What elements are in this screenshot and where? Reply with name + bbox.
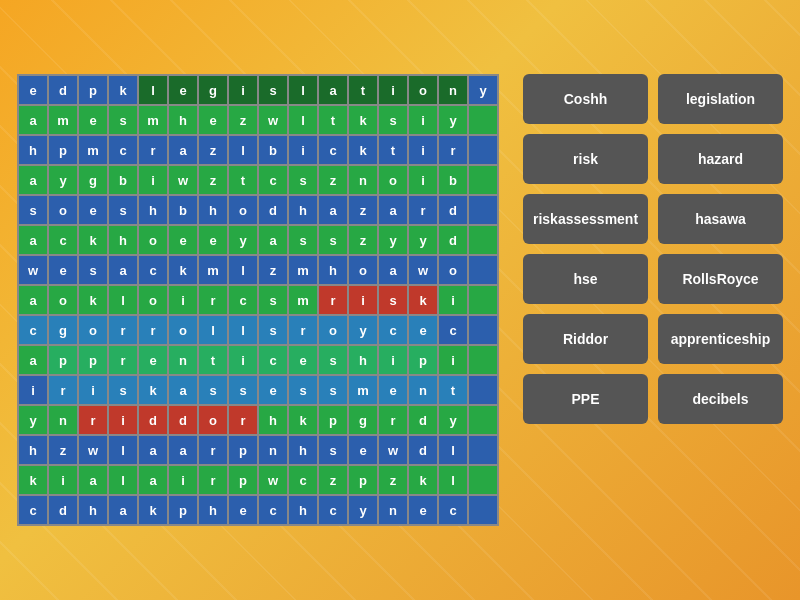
grid-cell[interactable]: d: [49, 76, 77, 104]
grid-cell[interactable]: o: [409, 76, 437, 104]
grid-cell[interactable]: i: [379, 346, 407, 374]
grid-cell[interactable]: k: [169, 256, 197, 284]
grid-cell[interactable]: n: [259, 436, 287, 464]
grid-cell[interactable]: c: [139, 256, 167, 284]
grid-cell[interactable]: r: [79, 406, 107, 434]
grid-cell[interactable]: l: [229, 136, 257, 164]
grid-cell[interactable]: w: [259, 106, 287, 134]
grid-cell[interactable]: y: [439, 106, 467, 134]
grid-cell[interactable]: [469, 226, 497, 254]
grid-cell[interactable]: m: [199, 256, 227, 284]
grid-cell[interactable]: r: [139, 136, 167, 164]
word-button-risk[interactable]: risk: [523, 134, 648, 184]
grid-cell[interactable]: p: [169, 496, 197, 524]
grid-cell[interactable]: e: [79, 196, 107, 224]
word-button-hasawa[interactable]: hasawa: [658, 194, 783, 244]
grid-cell[interactable]: c: [259, 166, 287, 194]
grid-cell[interactable]: r: [229, 406, 257, 434]
grid-cell[interactable]: i: [49, 466, 77, 494]
grid-cell[interactable]: b: [439, 166, 467, 194]
grid-cell[interactable]: d: [259, 196, 287, 224]
grid-cell[interactable]: p: [349, 466, 377, 494]
grid-cell[interactable]: a: [169, 376, 197, 404]
grid-cell[interactable]: i: [229, 346, 257, 374]
grid-cell[interactable]: i: [169, 286, 197, 314]
grid-cell[interactable]: w: [379, 436, 407, 464]
grid-cell[interactable]: s: [259, 286, 287, 314]
grid-cell[interactable]: n: [379, 496, 407, 524]
grid-cell[interactable]: d: [139, 406, 167, 434]
grid-cell[interactable]: z: [229, 106, 257, 134]
grid-cell[interactable]: a: [139, 436, 167, 464]
grid-cell[interactable]: s: [379, 106, 407, 134]
grid-cell[interactable]: t: [349, 76, 377, 104]
grid-cell[interactable]: z: [319, 166, 347, 194]
grid-cell[interactable]: i: [439, 286, 467, 314]
grid-cell[interactable]: a: [319, 76, 347, 104]
grid-cell[interactable]: l: [439, 466, 467, 494]
grid-cell[interactable]: s: [289, 226, 317, 254]
grid-cell[interactable]: z: [199, 136, 227, 164]
grid-cell[interactable]: i: [409, 136, 437, 164]
word-button-hazard[interactable]: hazard: [658, 134, 783, 184]
grid-cell[interactable]: e: [229, 496, 257, 524]
grid-cell[interactable]: e: [169, 226, 197, 254]
grid-cell[interactable]: e: [139, 346, 167, 374]
grid-cell[interactable]: b: [259, 136, 287, 164]
grid-cell[interactable]: m: [79, 136, 107, 164]
grid-cell[interactable]: m: [289, 286, 317, 314]
grid-cell[interactable]: y: [49, 166, 77, 194]
grid-cell[interactable]: c: [319, 496, 347, 524]
grid-cell[interactable]: i: [79, 376, 107, 404]
grid-cell[interactable]: d: [49, 496, 77, 524]
grid-cell[interactable]: c: [259, 346, 287, 374]
grid-cell[interactable]: h: [199, 496, 227, 524]
grid-cell[interactable]: y: [349, 316, 377, 344]
grid-cell[interactable]: c: [379, 316, 407, 344]
grid-cell[interactable]: c: [109, 136, 137, 164]
grid-cell[interactable]: z: [259, 256, 287, 284]
grid-cell[interactable]: l: [229, 256, 257, 284]
grid-cell[interactable]: s: [259, 316, 287, 344]
grid-cell[interactable]: t: [199, 346, 227, 374]
word-button-riddor[interactable]: Riddor: [523, 314, 648, 364]
grid-cell[interactable]: r: [289, 316, 317, 344]
grid-cell[interactable]: s: [319, 436, 347, 464]
grid-cell[interactable]: t: [229, 166, 257, 194]
grid-cell[interactable]: a: [19, 346, 47, 374]
grid-cell[interactable]: o: [49, 286, 77, 314]
grid-cell[interactable]: p: [319, 406, 347, 434]
grid-cell[interactable]: [469, 436, 497, 464]
grid-cell[interactable]: e: [199, 106, 227, 134]
grid-cell[interactable]: [469, 136, 497, 164]
grid-cell[interactable]: a: [19, 166, 47, 194]
grid-cell[interactable]: g: [199, 76, 227, 104]
grid-cell[interactable]: l: [139, 76, 167, 104]
grid-cell[interactable]: l: [109, 466, 137, 494]
grid-cell[interactable]: m: [289, 256, 317, 284]
grid-cell[interactable]: i: [229, 76, 257, 104]
grid-cell[interactable]: a: [379, 256, 407, 284]
grid-cell[interactable]: l: [229, 316, 257, 344]
grid-cell[interactable]: o: [379, 166, 407, 194]
grid-cell[interactable]: k: [409, 466, 437, 494]
grid-cell[interactable]: h: [109, 226, 137, 254]
grid-cell[interactable]: h: [139, 196, 167, 224]
grid-cell[interactable]: o: [349, 256, 377, 284]
grid-cell[interactable]: t: [319, 106, 347, 134]
grid-cell[interactable]: p: [409, 346, 437, 374]
grid-cell[interactable]: s: [379, 286, 407, 314]
grid-cell[interactable]: a: [259, 226, 287, 254]
grid-cell[interactable]: c: [289, 466, 317, 494]
grid-cell[interactable]: e: [79, 106, 107, 134]
grid-cell[interactable]: i: [19, 376, 47, 404]
grid-cell[interactable]: y: [469, 76, 497, 104]
grid-cell[interactable]: k: [139, 496, 167, 524]
grid-cell[interactable]: h: [199, 196, 227, 224]
grid-cell[interactable]: l: [289, 106, 317, 134]
grid-cell[interactable]: s: [109, 376, 137, 404]
grid-cell[interactable]: r: [199, 436, 227, 464]
grid-cell[interactable]: b: [109, 166, 137, 194]
grid-cell[interactable]: m: [49, 106, 77, 134]
grid-cell[interactable]: l: [109, 286, 137, 314]
